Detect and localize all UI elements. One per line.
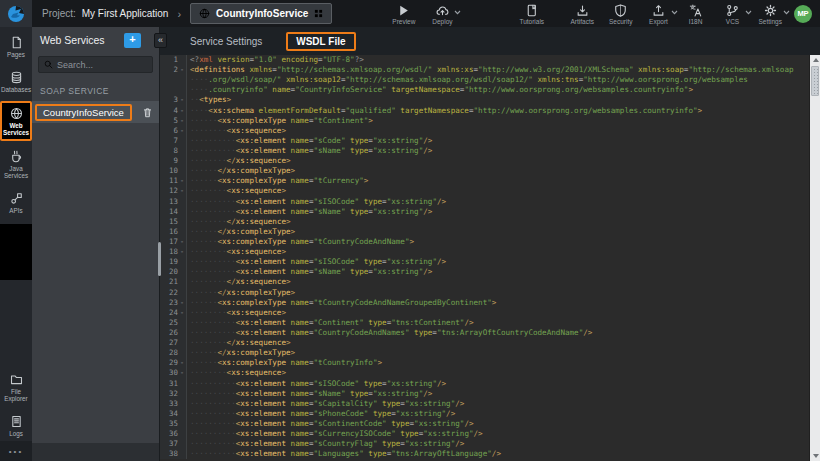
code-text: ··········<xs:element name="sCode" type=…	[187, 136, 432, 146]
code-text: ····<xs:schema elementFormDefault="quali…	[187, 106, 702, 116]
fold-marker	[178, 449, 186, 459]
code-text: ······<xs:complexType name="tCountryCode…	[187, 237, 414, 247]
editor-gutter: 27	[160, 338, 187, 348]
add-service-button[interactable]: +	[124, 33, 141, 48]
fold-marker[interactable]: -	[178, 95, 186, 105]
artifacts-button[interactable]: Artifacts	[571, 2, 594, 25]
code-text: ······<xs:complexType name="tContinent">	[187, 116, 373, 126]
fold-marker[interactable]: -	[178, 126, 186, 136]
editor-gutter: 30-	[160, 368, 187, 378]
editor-gutter: 37	[160, 439, 187, 449]
editor-gutter: 7	[160, 136, 187, 146]
editor-gutter: 2-	[160, 65, 187, 75]
tab-wsdl-file[interactable]: WSDL File	[286, 32, 355, 51]
editor-gutter: 13	[160, 197, 187, 207]
panel-header: Web Services +	[32, 27, 159, 53]
project-label: Project:	[42, 8, 76, 19]
code-line: 1<?xml version="1.0" encoding="UTF-8"?>	[160, 55, 809, 65]
editor-gutter: 12-	[160, 186, 187, 196]
line-number	[160, 85, 178, 95]
line-number: 31	[160, 379, 178, 389]
code-line: 12-········<xs:sequence>	[160, 186, 809, 196]
code-text: ··········<xs:element name="sPhoneCode" …	[187, 409, 455, 419]
tab-service-settings[interactable]: Service Settings	[190, 36, 262, 47]
scrollbar-down-button[interactable]	[810, 451, 820, 461]
logs-icon	[10, 415, 23, 428]
fold-marker[interactable]: -	[178, 298, 186, 308]
book-icon	[525, 4, 538, 17]
fold-marker[interactable]: -	[178, 65, 186, 75]
editor-gutter: 15	[160, 217, 187, 227]
fold-marker	[178, 85, 186, 95]
i18n-button[interactable]: I18N	[685, 2, 707, 25]
line-number	[160, 75, 178, 85]
line-number: 13	[160, 197, 178, 207]
sidebar-item-apis[interactable]: APIs	[0, 187, 32, 218]
wsdl-code-editor[interactable]: 1<?xml version="1.0" encoding="UTF-8"?>2…	[160, 55, 809, 461]
action-label: VCS	[726, 18, 739, 25]
code-text: ··········<xs:element name="sCountryFlag…	[187, 439, 464, 449]
fold-marker	[178, 379, 186, 389]
security-button[interactable]: Security	[609, 2, 632, 25]
deploy-button[interactable]: Deploy	[431, 2, 453, 25]
project-name: My First Application	[82, 8, 169, 19]
fold-marker[interactable]: -	[178, 186, 186, 196]
sidebar-more-button[interactable]: •••	[0, 441, 32, 461]
editor-gutter: 29-	[160, 358, 187, 368]
fold-marker[interactable]: -	[178, 247, 186, 257]
code-line: 9········</xs:sequence>	[160, 156, 809, 166]
line-number: 22	[160, 288, 178, 298]
service-name-highlight: CountryInfoService	[35, 104, 132, 121]
sidebar-item-databases[interactable]: Databases	[0, 66, 32, 97]
export-button[interactable]: Export	[648, 2, 670, 25]
fold-marker[interactable]: -	[178, 308, 186, 318]
code-line: 8··········<xs:element name="sName" type…	[160, 146, 809, 156]
sidebar-item-logs[interactable]: Logs	[0, 410, 32, 441]
settings-button[interactable]: Settings	[759, 2, 783, 25]
fold-marker[interactable]: -	[178, 106, 186, 116]
vcs-button[interactable]: VCS	[722, 2, 744, 25]
line-number: 19	[160, 257, 178, 267]
fold-marker	[178, 429, 186, 439]
code-line: 31··········<xs:element name="sISOCode" …	[160, 379, 809, 389]
preview-button[interactable]: Preview	[392, 2, 415, 25]
service-tab-countryinfoservice[interactable]: CountryInfoService	[190, 3, 332, 24]
service-search[interactable]	[38, 56, 153, 73]
editor-gutter: 19	[160, 257, 187, 267]
fold-marker	[178, 227, 186, 237]
fold-marker[interactable]: -	[178, 358, 186, 368]
fold-marker	[178, 389, 186, 399]
folder-icon	[10, 373, 23, 386]
code-text: ··········<xs:element name="Continent" t…	[187, 318, 474, 328]
editor-gutter	[160, 75, 187, 85]
fold-marker	[178, 328, 186, 338]
tutorials-button[interactable]: Tutorials	[519, 2, 544, 25]
code-line: 2-<definitions xmlns="http://schemas.xml…	[160, 65, 809, 75]
panel-resize-handle[interactable]	[158, 242, 161, 276]
fold-marker[interactable]: -	[178, 237, 186, 247]
editor-scrollbar[interactable]	[809, 55, 820, 461]
sidebar-item-java-services[interactable]: Java Services	[0, 145, 32, 183]
editor-gutter	[160, 85, 187, 95]
sidebar-item-file-explorer[interactable]: File Explorer	[0, 368, 32, 406]
topbar-actions-right: ArtifactsSecurityExportI18NVCSSettings	[571, 2, 782, 25]
scrollbar-thumb[interactable]	[811, 66, 819, 96]
service-list-item-countryinfoservice[interactable]: CountryInfoService	[32, 101, 159, 123]
fold-marker[interactable]: -	[178, 116, 186, 126]
wavemaker-logo-icon[interactable]	[0, 0, 32, 27]
scrollbar-up-button[interactable]	[810, 55, 820, 65]
code-line: 17-······<xs:complexType name="tCountryC…	[160, 237, 809, 247]
database-icon	[10, 71, 23, 84]
logo-graphic	[7, 5, 25, 23]
search-input[interactable]	[57, 60, 147, 70]
code-line: 4-····<xs:schema elementFormDefault="qua…	[160, 106, 809, 116]
delete-service-button[interactable]	[142, 107, 153, 118]
user-avatar[interactable]: MP	[794, 5, 812, 23]
fold-marker[interactable]: -	[178, 176, 186, 186]
left-sidebar: PagesDatabasesWeb ServicesJava ServicesA…	[0, 27, 32, 461]
fold-marker[interactable]: -	[178, 368, 186, 378]
panel-collapse-button[interactable]: «	[154, 33, 167, 48]
sidebar-item-pages[interactable]: Pages	[0, 31, 32, 62]
editor-gutter: 22	[160, 288, 187, 298]
sidebar-item-web-services[interactable]: Web Services	[0, 101, 32, 141]
